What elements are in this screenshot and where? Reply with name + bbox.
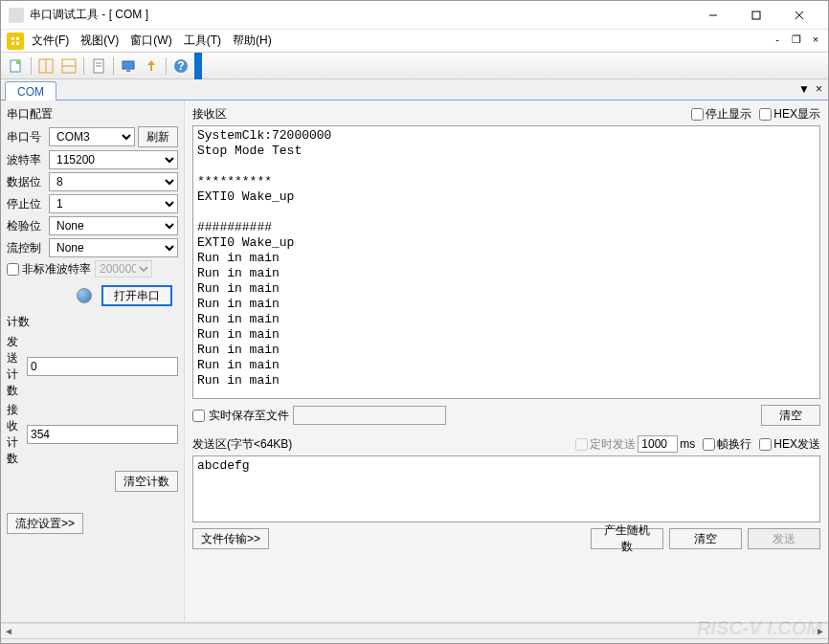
config-title: 串口配置: [7, 106, 178, 122]
svg-rect-9: [16, 60, 20, 64]
window-title: 串口调试工具 - [ COM ]: [30, 7, 691, 23]
baud-select[interactable]: 115200: [49, 150, 178, 169]
minimize-button[interactable]: [691, 2, 734, 29]
tool-layout1-icon[interactable]: [35, 56, 56, 77]
send-button[interactable]: 发送: [748, 528, 820, 549]
tool-layout2-icon[interactable]: [58, 56, 79, 77]
flow-label: 流控制: [7, 240, 49, 256]
tx-count-value: [27, 357, 178, 376]
tx-clear-button[interactable]: 清空: [669, 528, 742, 549]
timer-unit: ms: [680, 437, 695, 451]
rx-hex-label: HEX显示: [773, 106, 820, 122]
open-port-button[interactable]: 打开串口: [101, 285, 172, 306]
rx-count-label: 接收计数: [7, 402, 27, 467]
tool-monitor-icon[interactable]: [118, 56, 139, 77]
frame-wrap-checkbox[interactable]: [703, 438, 715, 451]
timer-value-input[interactable]: [638, 435, 678, 453]
tool-help-icon[interactable]: ?: [170, 56, 191, 77]
tx-hex-checkbox[interactable]: [759, 438, 772, 451]
save-file-label: 实时保存至文件: [209, 408, 289, 424]
svg-rect-5: [16, 37, 19, 40]
config-panel: 串口配置 串口号 COM3 刷新 波特率 115200 数据位 8 停止位 1 …: [1, 100, 185, 622]
svg-text:?: ?: [177, 59, 184, 73]
databits-label: 数据位: [7, 174, 49, 190]
svg-rect-18: [126, 70, 130, 72]
tx-count-label: 发送计数: [7, 334, 27, 399]
svg-rect-1: [752, 11, 760, 19]
timer-send-checkbox: [575, 438, 588, 451]
flow-settings-button[interactable]: 流控设置>>: [7, 513, 83, 534]
port-status-led-icon: [77, 288, 92, 303]
gen-random-button[interactable]: 产生随机数: [591, 528, 663, 549]
databits-select[interactable]: 8: [49, 172, 178, 191]
frame-wrap-label: 帧换行: [717, 436, 751, 453]
menu-window[interactable]: 窗口(W): [124, 30, 177, 52]
app-menu-icon[interactable]: [7, 33, 24, 50]
flow-select[interactable]: None: [49, 238, 178, 257]
horizontal-scrollbar[interactable]: ◄►: [1, 623, 828, 638]
mdi-close-icon[interactable]: ×: [809, 33, 822, 46]
svg-rect-7: [16, 42, 19, 45]
save-file-path[interactable]: [293, 406, 446, 425]
menu-file[interactable]: 文件(F): [26, 30, 75, 52]
nonstd-baud-value: 200000: [95, 260, 152, 278]
tx-title: 发送区(字节<64KB): [192, 436, 568, 453]
stopbits-label: 停止位: [7, 196, 49, 212]
menu-help[interactable]: 帮助(H): [227, 30, 278, 52]
stopbits-select[interactable]: 1: [49, 194, 178, 213]
toolbar: ?: [1, 53, 828, 79]
maximize-button[interactable]: [734, 2, 777, 29]
data-panel: 接收区 停止显示 HEX显示 SystemClk:72000000 Stop M…: [185, 100, 828, 622]
svg-rect-17: [123, 61, 134, 69]
rx-count-value: [27, 425, 178, 444]
tool-upload-icon[interactable]: [141, 56, 162, 77]
count-title: 计数: [7, 314, 178, 330]
toolbar-end-grip: [194, 53, 202, 79]
menu-tools[interactable]: 工具(T): [178, 30, 227, 52]
rx-clear-button[interactable]: 清空: [761, 405, 820, 426]
port-select[interactable]: COM3: [49, 127, 135, 146]
pause-display-checkbox[interactable]: [691, 108, 704, 121]
tx-textarea[interactable]: [192, 455, 820, 522]
refresh-button[interactable]: 刷新: [138, 126, 178, 147]
nonstd-baud-label: 非标准波特率: [22, 261, 91, 278]
rx-hex-checkbox[interactable]: [759, 108, 772, 121]
mdi-restore-icon[interactable]: ❐: [790, 33, 803, 46]
baud-label: 波特率: [7, 152, 49, 168]
menu-view[interactable]: 视图(V): [75, 30, 124, 52]
parity-label: 检验位: [7, 218, 49, 234]
rx-title: 接收区: [192, 106, 683, 122]
tab-dropdown-icon[interactable]: ▼: [798, 82, 810, 96]
pause-display-label: 停止显示: [706, 106, 751, 122]
mdi-minimize-icon[interactable]: -: [771, 33, 784, 46]
svg-rect-4: [11, 37, 14, 40]
timer-send-label: 定时发送: [590, 436, 636, 453]
tabstrip: COM ▼ ×: [1, 79, 828, 100]
app-icon: [9, 8, 24, 23]
statusbar: 就绪 CAP NUM SCRL: [1, 638, 828, 644]
tool-doc-icon[interactable]: [88, 56, 109, 77]
clear-count-button[interactable]: 清空计数: [115, 471, 178, 492]
close-button[interactable]: [777, 2, 820, 29]
tool-new-icon[interactable]: [6, 56, 27, 77]
svg-rect-6: [11, 42, 14, 45]
tab-close-icon[interactable]: ×: [816, 82, 822, 96]
port-label: 串口号: [7, 129, 49, 145]
workarea: 串口配置 串口号 COM3 刷新 波特率 115200 数据位 8 停止位 1 …: [1, 100, 828, 623]
parity-select[interactable]: None: [49, 216, 178, 235]
tab-com[interactable]: COM: [5, 81, 56, 100]
file-transfer-button[interactable]: 文件传输>>: [192, 528, 269, 549]
menubar: 文件(F) 视图(V) 窗口(W) 工具(T) 帮助(H) - ❐ ×: [1, 30, 828, 53]
save-file-checkbox[interactable]: [192, 410, 205, 422]
titlebar: 串口调试工具 - [ COM ]: [1, 1, 828, 30]
nonstd-baud-checkbox[interactable]: [7, 263, 19, 276]
rx-textarea[interactable]: SystemClk:72000000 Stop Mode Test ******…: [192, 125, 820, 399]
tx-hex-label: HEX发送: [773, 436, 820, 453]
